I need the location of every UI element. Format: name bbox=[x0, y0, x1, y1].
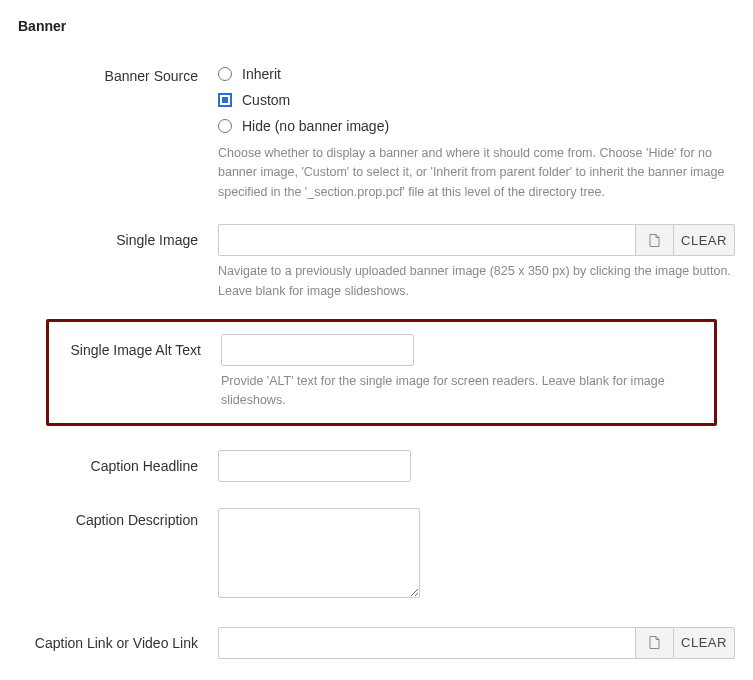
file-icon bbox=[649, 636, 660, 649]
radio-inherit-label: Inherit bbox=[242, 66, 281, 82]
field-caption-link: CLEAR bbox=[218, 627, 735, 659]
help-banner-source: Choose whether to display a banner and w… bbox=[218, 144, 735, 202]
caption-link-input[interactable] bbox=[218, 627, 635, 659]
radio-custom-row: Custom bbox=[218, 92, 735, 108]
row-caption-description: Caption Description bbox=[18, 508, 735, 601]
caption-link-input-group: CLEAR bbox=[218, 627, 735, 659]
label-caption-headline: Caption Headline bbox=[18, 450, 218, 474]
row-caption-link: Caption Link or Video Link CLEAR bbox=[18, 627, 735, 659]
radio-inherit[interactable] bbox=[218, 67, 232, 81]
single-image-browse-button[interactable] bbox=[635, 224, 673, 256]
row-single-image-alt: Single Image Alt Text Provide 'ALT' text… bbox=[49, 334, 700, 411]
label-caption-description: Caption Description bbox=[18, 508, 218, 528]
caption-link-clear-button[interactable]: CLEAR bbox=[673, 627, 735, 659]
field-caption-description bbox=[218, 508, 735, 601]
label-single-image: Single Image bbox=[18, 224, 218, 248]
single-image-clear-button[interactable]: CLEAR bbox=[673, 224, 735, 256]
row-single-image: Single Image CLEAR Navigate to a previou… bbox=[18, 224, 735, 301]
radio-custom-label: Custom bbox=[242, 92, 290, 108]
single-image-alt-input[interactable] bbox=[221, 334, 414, 366]
row-banner-source: Banner Source Inherit Custom Hide (no ba… bbox=[18, 66, 735, 202]
field-banner-source: Inherit Custom Hide (no banner image) Ch… bbox=[218, 66, 735, 202]
highlight-single-image-alt: Single Image Alt Text Provide 'ALT' text… bbox=[46, 319, 717, 426]
single-image-input[interactable] bbox=[218, 224, 635, 256]
field-single-image-alt: Provide 'ALT' text for the single image … bbox=[221, 334, 700, 411]
help-single-image-alt: Provide 'ALT' text for the single image … bbox=[221, 372, 700, 411]
help-single-image: Navigate to a previously uploaded banner… bbox=[218, 262, 735, 301]
label-banner-source: Banner Source bbox=[18, 66, 218, 84]
label-caption-link: Caption Link or Video Link bbox=[18, 627, 218, 651]
caption-link-browse-button[interactable] bbox=[635, 627, 673, 659]
field-caption-headline bbox=[218, 450, 735, 482]
file-icon bbox=[649, 234, 660, 247]
field-single-image: CLEAR Navigate to a previously uploaded … bbox=[218, 224, 735, 301]
radio-hide[interactable] bbox=[218, 119, 232, 133]
section-title: Banner bbox=[18, 18, 735, 34]
caption-headline-input[interactable] bbox=[218, 450, 411, 482]
row-caption-headline: Caption Headline bbox=[18, 450, 735, 482]
radio-hide-row: Hide (no banner image) bbox=[218, 118, 735, 134]
radio-custom[interactable] bbox=[218, 93, 232, 107]
label-single-image-alt: Single Image Alt Text bbox=[49, 334, 221, 358]
caption-description-input[interactable] bbox=[218, 508, 420, 598]
radio-inherit-row: Inherit bbox=[218, 66, 735, 82]
single-image-input-group: CLEAR bbox=[218, 224, 735, 256]
radio-hide-label: Hide (no banner image) bbox=[242, 118, 389, 134]
